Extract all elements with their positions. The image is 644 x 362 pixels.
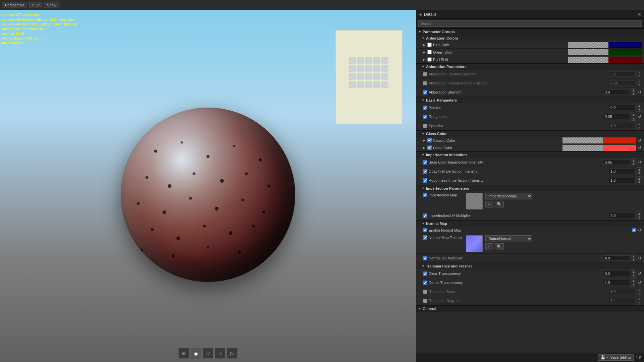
blue-shift-checkbox[interactable] [427,43,432,47]
fresnel-exponent-checkbox[interactable] [423,72,427,76]
imperfection-map-checkbox[interactable] [423,193,427,197]
enable-normal-map-reset[interactable]: ↺ [637,228,642,233]
roughness-imperfection-spin[interactable]: ▲▼ [637,176,642,184]
abberation-strength-input[interactable] [603,89,630,95]
imperfection-uv-input[interactable] [609,213,636,218]
caustic-swatch[interactable] [562,137,636,143]
clear-transparency-input[interactable] [603,271,630,276]
glass-color-swatch[interactable] [562,145,636,151]
abberation-strength-spin[interactable]: ▲▼ [631,88,636,96]
metallic-checkbox[interactable] [423,106,427,110]
section-abberation-params[interactable]: ▼ Abberation Parameters [416,63,644,70]
clear-transparency-checkbox[interactable] [423,272,427,276]
opacity-imperfection-input[interactable] [609,169,636,174]
abberation-strength-reset[interactable]: ↺ [637,90,642,95]
base-color-imperfection-spin[interactable]: ▲▼ [631,158,636,166]
green-shift-checkbox[interactable] [427,50,432,54]
vp-tool-3[interactable]: ▽ [203,348,213,359]
section-general[interactable]: ▼ General [416,305,644,312]
dense-transparency-spin[interactable]: ▲▼ [631,279,636,287]
base-color-imperfection-input[interactable] [603,160,630,165]
opacity-imperfection-spin[interactable]: ▲▼ [637,167,642,175]
normal-map-navigate[interactable]: ← [485,243,493,250]
section-imperfection-params[interactable]: ▼ Imperfection Parameters [416,185,644,191]
roughness-imperfection-input[interactable] [609,178,636,183]
blue-shift-expand[interactable]: ▶ [423,43,425,47]
vp-tool-4[interactable]: ◁ [215,348,225,359]
refraction-base-checkbox[interactable] [423,290,427,294]
caustic-checkbox[interactable] [427,138,432,142]
enable-normal-map-value-checkbox[interactable] [632,228,636,232]
metallic-input[interactable] [609,105,636,110]
roughness-imperfection-checkbox[interactable] [423,178,427,183]
viewport[interactable]: s shader: 677 instructions s shader with… [0,10,416,362]
glass-color-checkbox[interactable] [427,145,432,150]
details-close-button[interactable]: ✕ [637,12,641,17]
base-color-imperfection-reset[interactable]: ↺ [637,160,642,165]
fresnel-exponent-spin[interactable]: ▲▼ [637,70,642,78]
vp-tool-1[interactable]: ⊞ [178,348,189,359]
lit-button[interactable]: ☀ Lit [29,2,42,8]
details-content[interactable]: ▼ Parameter Groups ▼ Abberation Colors ▶… [416,28,644,353]
normal-uv-reset[interactable]: ↺ [637,256,642,260]
show-button[interactable]: Show [44,2,59,8]
refraction-degree-checkbox[interactable] [423,299,427,303]
caustic-expand[interactable]: ▶ [423,139,425,142]
vp-tool-2[interactable]: ◉ [191,348,201,359]
normal-uv-checkbox[interactable] [423,256,427,260]
imperfection-map-search[interactable]: 🔍 [495,201,504,207]
imperfection-uv-spin[interactable]: ▲▼ [637,212,642,220]
caustic-reset[interactable]: ↺ [637,138,642,143]
roughness-input[interactable] [603,114,630,119]
perspective-button[interactable]: Perspective [2,2,27,8]
red-shift-expand[interactable]: ▶ [423,58,425,61]
section-basic-params[interactable]: ▼ Basic Parameters [416,97,644,103]
red-shift-checkbox[interactable] [427,57,432,62]
normal-map-dropdown[interactable]: DottedNormal [485,235,532,242]
abberation-strength-checkbox[interactable] [423,90,427,95]
section-transparency[interactable]: ▼ Transparency and Fresnel [416,263,644,269]
refraction-degree-input[interactable] [609,298,636,303]
blue-shift-swatch[interactable] [568,42,642,48]
section-imperfection-intensities[interactable]: ▼ Imperfection Intensities [416,152,644,158]
roughness-checkbox[interactable] [423,115,427,119]
base-color-imperfection-checkbox[interactable] [423,160,427,165]
imperfection-uv-checkbox[interactable] [423,214,427,218]
normal-uv-input[interactable] [603,255,630,261]
section-parameter-groups[interactable]: ▼ Parameter Groups [416,28,644,35]
section-glass-color[interactable]: ▼ Glass Color [416,130,644,137]
clear-transparency-reset[interactable]: ↺ [637,271,642,276]
roughness-reset[interactable]: ↺ [637,114,642,119]
glass-color-expand[interactable]: ▶ [423,146,425,149]
clear-transparency-spin[interactable]: ▲▼ [631,269,636,278]
section-normal-map[interactable]: ▼ Normal Map [416,220,644,227]
normal-map-texture-checkbox[interactable] [423,235,427,240]
normal-uv-spin[interactable]: ▲▼ [631,254,636,262]
refraction-base-input[interactable] [609,289,636,294]
metallic-spin[interactable]: ▲▼ [637,104,642,112]
green-shift-expand[interactable]: ▶ [423,51,425,54]
dense-transparency-input[interactable] [603,280,630,285]
normal-map-search[interactable]: 🔍 [495,243,504,250]
opacity-imperfection-checkbox[interactable] [423,169,427,174]
glass-color-reset[interactable]: ↺ [637,145,642,150]
refraction-degree-spin[interactable]: ▲▼ [637,297,642,305]
red-shift-swatch[interactable] [568,57,642,63]
specular-checkbox[interactable] [423,124,427,128]
reflect-fraction-input[interactable] [609,80,636,86]
reflect-fraction-checkbox[interactable] [423,81,427,85]
fresnel-exponent-input[interactable] [609,71,636,77]
search-input[interactable] [418,20,642,27]
dense-transparency-checkbox[interactable] [423,281,427,285]
imperfection-map-dropdown[interactable]: ImperfectionMap1 [485,193,532,199]
roughness-spin[interactable]: ▲▼ [631,113,636,121]
refraction-base-spin[interactable]: ▲▼ [637,288,642,296]
imperfection-map-navigate[interactable]: ← [485,201,493,207]
reflect-fraction-spin[interactable]: ▲▼ [637,79,642,87]
specular-input[interactable] [609,123,636,128]
dense-transparency-reset[interactable]: ↺ [637,280,642,285]
vp-tool-5[interactable]: ▷ [227,348,237,359]
specular-spin[interactable]: ▲▼ [637,122,642,130]
section-abberation-colors[interactable]: ▼ Abberation Colors [416,35,644,41]
green-shift-swatch[interactable] [568,49,642,55]
